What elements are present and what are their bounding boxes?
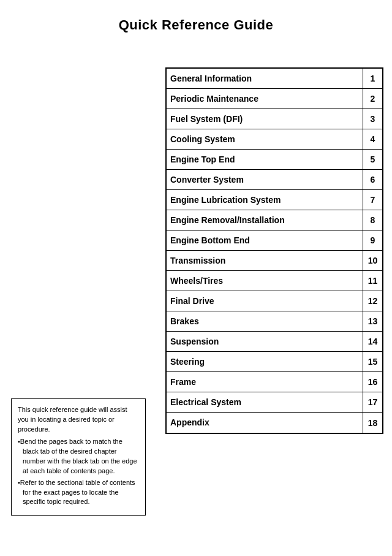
toc-label: Transmission — [167, 253, 363, 269]
toc-number: 1 — [363, 69, 382, 88]
toc-label: Cooling System — [167, 131, 363, 148]
toc-row: Electrical System17 — [167, 392, 382, 413]
toc-row: Engine Removal/Installation8 — [167, 210, 382, 230]
toc-label: Engine Top End — [167, 151, 363, 168]
toc-number: 9 — [363, 230, 382, 250]
toc-number: 15 — [363, 352, 382, 371]
toc-row: Periodic Maintenance2 — [167, 89, 382, 109]
toc-label: Periodic Maintenance — [167, 91, 363, 107]
toc-number: 14 — [363, 332, 382, 351]
toc-row: Steering15 — [167, 352, 382, 372]
toc-number: 8 — [363, 210, 382, 230]
sidebar-intro: This quick reference guide will assist y… — [18, 405, 139, 435]
toc-row: Appendix18 — [167, 413, 382, 433]
toc-row: Cooling System4 — [167, 129, 382, 150]
toc-number: 2 — [363, 89, 382, 109]
toc-container: General Information1Periodic Maintenance… — [165, 67, 383, 434]
toc-row: Converter System6 — [167, 170, 382, 190]
toc-row: Fuel System (DFI)3 — [167, 109, 382, 129]
toc-label: Engine Bottom End — [167, 232, 363, 249]
page-title: Quick Reference Guide — [0, 0, 392, 44]
toc-number: 13 — [363, 311, 382, 331]
sidebar-note: This quick reference guide will assist y… — [11, 398, 146, 516]
toc-number: 4 — [363, 129, 382, 149]
toc-number: 5 — [363, 150, 382, 169]
toc-row: Frame16 — [167, 372, 382, 392]
toc-row: Suspension14 — [167, 332, 382, 352]
toc-label: Appendix — [167, 414, 363, 431]
sidebar-bullet2: •Refer to the sectional table of content… — [18, 478, 139, 508]
toc-number: 10 — [363, 251, 382, 270]
toc-row: Final Drive12 — [167, 291, 382, 311]
toc-number: 16 — [363, 372, 382, 392]
toc-number: 18 — [363, 413, 382, 433]
toc-number: 12 — [363, 291, 382, 311]
toc-row: Engine Bottom End9 — [167, 230, 382, 251]
toc-label: Engine Lubrication System — [167, 192, 363, 208]
toc-row: Wheels/Tires11 — [167, 271, 382, 291]
toc-row: General Information1 — [167, 69, 382, 89]
toc-row: Brakes13 — [167, 311, 382, 332]
toc-label: Wheels/Tires — [167, 273, 363, 289]
toc-label: Engine Removal/Installation — [167, 212, 363, 229]
toc-label: Steering — [167, 354, 363, 370]
toc-number: 3 — [363, 109, 382, 129]
toc-label: Brakes — [167, 313, 363, 330]
toc-number: 17 — [363, 392, 382, 412]
toc-number: 6 — [363, 170, 382, 189]
toc-label: Converter System — [167, 172, 363, 188]
toc-label: Final Drive — [167, 293, 363, 310]
toc-label: Electrical System — [167, 394, 363, 411]
toc-label: Frame — [167, 374, 363, 390]
sidebar-bullet1: •Bend the pages back to match the black … — [18, 437, 139, 476]
toc-label: General Information — [167, 70, 363, 87]
toc-label: Fuel System (DFI) — [167, 111, 363, 128]
toc-number: 11 — [363, 271, 382, 291]
toc-label: Suspension — [167, 333, 363, 350]
toc-number: 7 — [363, 190, 382, 210]
toc-row: Engine Top End5 — [167, 150, 382, 170]
toc-row: Transmission10 — [167, 251, 382, 271]
toc-row: Engine Lubrication System7 — [167, 190, 382, 210]
